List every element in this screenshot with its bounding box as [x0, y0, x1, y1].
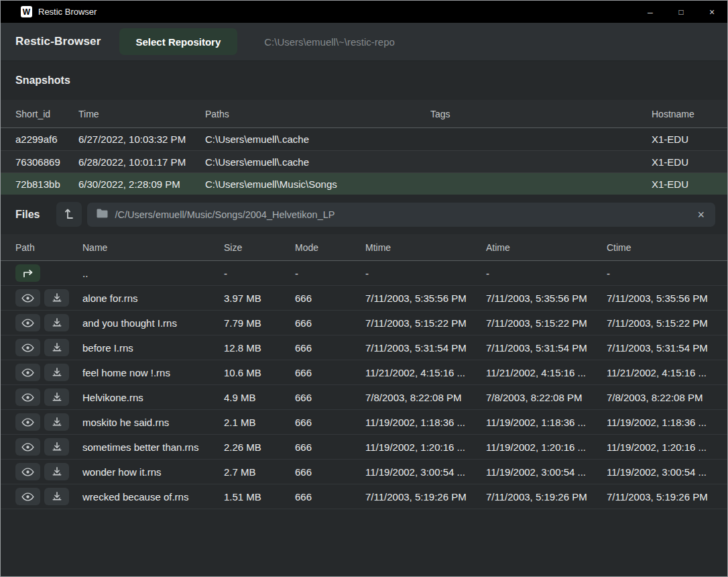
snapshot-short-id: a2299af6 [15, 134, 78, 145]
file-ctime: 7/11/2003, 5:35:56 PM [607, 293, 715, 304]
file-mtime: 7/11/2003, 5:31:54 PM [365, 342, 486, 354]
download-file-button[interactable] [44, 339, 69, 356]
download-file-button[interactable] [44, 289, 69, 307]
col-size: Size [224, 242, 295, 253]
file-atime: 7/11/2003, 5:15:22 PM [486, 317, 607, 329]
file-size: 12.8 MB [224, 342, 295, 354]
window-controls: – □ × [635, 1, 727, 23]
download-file-button[interactable] [44, 314, 69, 331]
snapshot-row[interactable]: 72b813bb 6/30/2022, 2:28:09 PM C:\Users\… [1, 172, 727, 195]
file-ctime: 11/19/2002, 1:20:16 ... [607, 441, 715, 453]
preview-file-button[interactable] [15, 314, 40, 331]
snapshots-title: Snapshots [15, 74, 70, 87]
file-mtime: 11/19/2002, 3:00:54 ... [365, 466, 486, 478]
snapshots-section-header: Snapshots [1, 61, 727, 100]
file-size: 1.51 MB [224, 491, 295, 503]
file-row: moskito he said.rns 2.1 MB 666 11/19/200… [1, 410, 727, 435]
preview-file-button[interactable] [15, 289, 40, 307]
file-atime: 7/11/2003, 5:35:56 PM [486, 293, 607, 304]
close-button[interactable]: × [696, 1, 727, 23]
up-arrow-icon [22, 269, 34, 278]
file-mode: 666 [295, 342, 365, 354]
preview-file-button[interactable] [15, 339, 40, 356]
snapshot-row[interactable]: a2299af6 6/27/2022, 10:03:32 PM C:\Users… [1, 128, 727, 150]
file-atime: 7/11/2003, 5:19:26 PM [486, 491, 607, 503]
file-mtime: 7/11/2003, 5:35:56 PM [365, 293, 486, 304]
file-name: and you thought I.rns [82, 317, 224, 329]
file-size: - [224, 268, 295, 279]
download-file-button[interactable] [44, 388, 69, 406]
files-title: Files [15, 209, 40, 221]
snapshot-paths: C:\Users\emuell\Music\Songs [205, 178, 430, 190]
up-directory-button[interactable] [15, 264, 40, 282]
file-row: alone for.rns 3.97 MB 666 7/11/2003, 5:3… [1, 286, 727, 311]
eye-icon [21, 492, 34, 501]
file-size: 3.97 MB [224, 293, 295, 304]
download-icon [52, 417, 62, 427]
file-size: 10.6 MB [224, 367, 295, 378]
tree-view-toggle-button[interactable] [56, 202, 82, 227]
file-ctime: 11/19/2002, 1:18:36 ... [607, 417, 715, 428]
preview-file-button[interactable] [15, 463, 40, 480]
snapshot-hostname: X1-EDU [652, 178, 715, 190]
col-mode: Mode [295, 242, 365, 253]
file-mode: 666 [295, 441, 365, 453]
eye-icon [21, 319, 34, 327]
file-mode: 666 [295, 367, 365, 378]
download-file-button[interactable] [44, 364, 69, 381]
file-name: sometimes better than.rns [82, 441, 224, 453]
folder-icon [97, 209, 108, 221]
download-icon [52, 293, 62, 303]
preview-file-button[interactable] [15, 413, 40, 431]
col-hostname: Hostname [652, 109, 715, 119]
file-mtime: 11/19/2002, 1:18:36 ... [365, 417, 486, 428]
file-ctime: 7/11/2003, 5:31:54 PM [607, 342, 715, 354]
file-mode: 666 [295, 293, 365, 304]
preview-file-button[interactable] [15, 364, 40, 381]
file-atime: 11/19/2002, 1:18:36 ... [486, 417, 607, 428]
preview-file-button[interactable] [15, 388, 40, 406]
minimize-button[interactable]: – [635, 1, 666, 23]
tree-toggle-icon [64, 208, 74, 221]
file-mtime: 7/11/2003, 5:19:26 PM [365, 491, 486, 503]
snapshot-time: 6/27/2022, 10:03:32 PM [78, 134, 205, 145]
file-size: 7.79 MB [224, 317, 295, 329]
snapshot-paths: C:\Users\emuell\.cache [205, 134, 430, 145]
app-header: Restic-Browser Select Repository C:\User… [1, 23, 727, 61]
current-path-bar[interactable]: /C/Users/emuell/Music/Songs/2004_Helveti… [87, 203, 715, 227]
file-mode: 666 [295, 466, 365, 478]
file-mtime: 7/8/2003, 8:22:08 PM [365, 392, 486, 403]
snapshot-short-id: 76306869 [15, 156, 78, 168]
current-path-text: /C/Users/emuell/Music/Songs/2004_Helveti… [115, 209, 696, 220]
preview-file-button[interactable] [15, 438, 40, 456]
snapshot-row[interactable]: 76306869 6/28/2022, 10:01:17 PM C:\Users… [1, 150, 727, 172]
page-title: Restic-Browser [15, 35, 101, 48]
download-icon [52, 442, 62, 452]
eye-icon [21, 443, 34, 452]
col-mtime: Mtime [365, 242, 486, 253]
select-repository-button[interactable]: Select Repository [119, 28, 238, 55]
download-file-button[interactable] [44, 463, 69, 480]
col-time: Time [78, 109, 205, 119]
snapshot-time: 6/28/2022, 10:01:17 PM [78, 156, 205, 168]
download-file-button[interactable] [44, 438, 69, 456]
col-atime: Atime [486, 242, 607, 253]
parent-directory-row: .. - - - - - [1, 261, 727, 286]
eye-icon [21, 418, 34, 427]
download-file-button[interactable] [44, 413, 69, 431]
file-name: before I.rns [82, 342, 224, 354]
download-file-button[interactable] [44, 488, 69, 505]
file-atime: 11/21/2002, 4:15:16 ... [486, 367, 607, 378]
file-atime: 11/19/2002, 1:20:16 ... [486, 441, 607, 453]
file-mtime: 11/19/2002, 1:20:16 ... [365, 441, 486, 453]
file-name: wrecked because of.rns [82, 491, 224, 503]
files-table-header: Path Name Size Mode Mtime Atime Ctime [1, 234, 727, 261]
repository-path: C:\Users\emuell\~\restic-repo [264, 36, 395, 48]
maximize-button[interactable]: □ [666, 1, 696, 23]
download-icon [52, 318, 62, 327]
close-icon[interactable]: × [696, 209, 706, 221]
file-name: moskito he said.rns [82, 417, 224, 428]
preview-file-button[interactable] [15, 488, 40, 505]
file-name: .. [82, 268, 224, 279]
file-row: wonder how it.rns 2.7 MB 666 11/19/2002,… [1, 460, 727, 484]
